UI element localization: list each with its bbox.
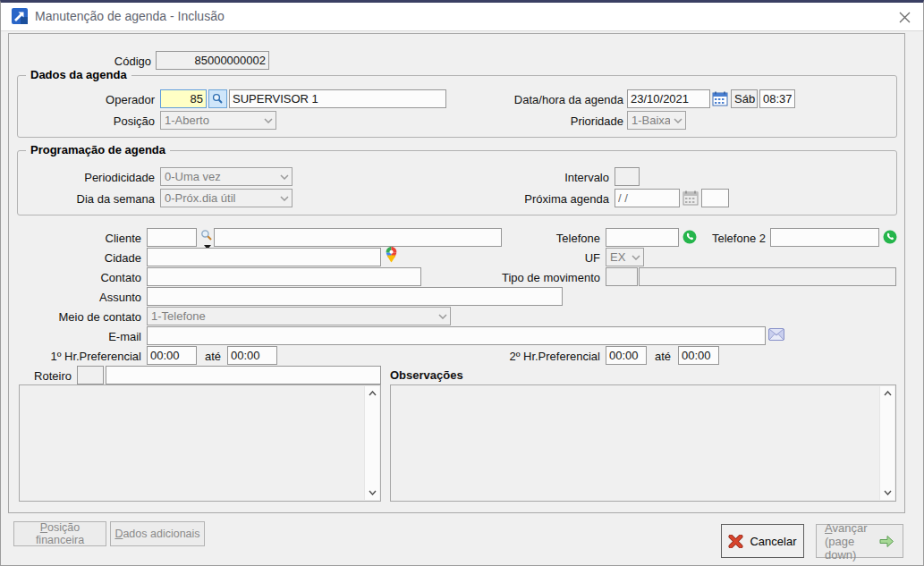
button-label: Cancelar bbox=[750, 535, 796, 548]
cliente-search-icon[interactable] bbox=[200, 229, 213, 241]
calendar-disabled-icon bbox=[682, 190, 699, 206]
posicao-value: 1-Aberto bbox=[165, 114, 260, 127]
hr1-ate-field[interactable] bbox=[227, 346, 277, 365]
telefone-label: Telefone bbox=[543, 229, 600, 248]
cidade-field[interactable] bbox=[147, 248, 381, 266]
proxima-agenda-label: Próxima agenda bbox=[516, 190, 609, 208]
tipo-movimento-desc-field[interactable] bbox=[639, 267, 896, 286]
close-icon[interactable] bbox=[896, 9, 912, 25]
periodicidade-value: 0-Uma vez bbox=[165, 170, 276, 183]
chevron-down-icon bbox=[435, 314, 450, 319]
datahora-label: Data/hora da agenda bbox=[495, 90, 623, 109]
dia-semana-select[interactable]: 0-Próx.dia útil bbox=[160, 189, 292, 207]
cidade-label: Cidade bbox=[88, 249, 141, 267]
map-pin-icon[interactable] bbox=[385, 246, 398, 264]
hr2-de-field[interactable] bbox=[606, 346, 647, 365]
scroll-up-icon[interactable] bbox=[880, 386, 894, 401]
assunto-label: Assunto bbox=[79, 288, 141, 307]
telefone2-label: Telefone 2 bbox=[699, 229, 766, 248]
codigo-field[interactable] bbox=[156, 51, 269, 70]
hr2-ate-label: até bbox=[655, 347, 676, 366]
operador-code-field[interactable] bbox=[160, 89, 207, 108]
periodicidade-select[interactable]: 0-Uma vez bbox=[160, 167, 292, 186]
uf-select[interactable]: EX bbox=[606, 248, 644, 266]
assunto-field[interactable] bbox=[147, 287, 563, 306]
hr1-de-field[interactable] bbox=[147, 346, 197, 365]
cancelar-button[interactable]: Cancelar bbox=[721, 524, 804, 558]
intervalo-label: Intervalo bbox=[538, 168, 609, 187]
proxima-agenda-field[interactable] bbox=[615, 189, 680, 207]
observacoes-scrollbar[interactable] bbox=[879, 386, 894, 500]
roteiro-desc-field[interactable] bbox=[106, 366, 381, 384]
dialog-window: Manutenção de agenda - Inclusão Código D… bbox=[0, 0, 924, 566]
email-icon[interactable] bbox=[768, 328, 784, 341]
posicao-label: Posição bbox=[90, 112, 155, 131]
roteiro-textarea[interactable] bbox=[19, 384, 381, 502]
tipo-movimento-code-field[interactable] bbox=[606, 267, 638, 286]
operador-label: Operador bbox=[90, 90, 155, 109]
contato-label: Contato bbox=[79, 268, 141, 287]
weekday-display: Sáb bbox=[731, 89, 758, 108]
hr1-label: 1º Hr.Preferencial bbox=[37, 347, 141, 366]
uf-label: UF bbox=[564, 249, 600, 267]
cliente-label: Cliente bbox=[88, 229, 141, 248]
cliente-name-field[interactable] bbox=[214, 228, 502, 247]
chevron-down-icon bbox=[628, 255, 643, 260]
prioridade-value: 1-Baixa bbox=[632, 114, 670, 127]
scroll-up-icon[interactable] bbox=[365, 386, 379, 401]
intervalo-field[interactable] bbox=[615, 167, 640, 186]
uf-value: EX bbox=[610, 250, 628, 264]
contato-field[interactable] bbox=[147, 267, 421, 286]
avancar-button[interactable]: Avançar (page down) bbox=[816, 524, 903, 558]
data-agenda-field[interactable] bbox=[627, 89, 710, 108]
posicao-financeira-button[interactable]: Posição financeira bbox=[13, 521, 106, 546]
chevron-down-icon bbox=[260, 118, 276, 123]
roteiro-code-field[interactable] bbox=[77, 366, 104, 384]
scroll-down-icon[interactable] bbox=[365, 486, 379, 500]
dados-adicionais-button[interactable]: Dados adicionais bbox=[110, 521, 205, 546]
button-label: Posição financeira bbox=[14, 521, 106, 546]
cliente-code-field[interactable] bbox=[147, 228, 197, 247]
cancel-x-icon bbox=[728, 535, 743, 548]
calendar-icon[interactable] bbox=[712, 91, 728, 106]
prioridade-label: Prioridade bbox=[534, 112, 623, 131]
operador-search-icon[interactable] bbox=[208, 89, 227, 108]
button-label: Dados adicionais bbox=[114, 528, 199, 540]
hr2-label: 2º Hr.Preferencial bbox=[496, 347, 600, 366]
dia-semana-value: 0-Próx.dia útil bbox=[165, 191, 276, 205]
app-icon bbox=[12, 8, 28, 24]
advance-arrow-icon bbox=[878, 534, 894, 549]
dia-semana-label: Dia da semana bbox=[72, 190, 155, 208]
dados-agenda-title: Dados da agenda bbox=[26, 68, 131, 81]
periodicidade-label: Periodicidade bbox=[72, 168, 155, 187]
tipo-movimento-label: Tipo de movimento bbox=[484, 268, 600, 287]
programacao-title: Programação de agenda bbox=[26, 143, 170, 156]
hora-agenda-field[interactable] bbox=[759, 89, 795, 108]
chevron-down-icon bbox=[670, 118, 685, 123]
telefone-field[interactable] bbox=[606, 228, 679, 247]
chevron-down-icon bbox=[276, 174, 292, 180]
roteiro-scrollbar[interactable] bbox=[364, 386, 379, 500]
meio-contato-value: 1-Telefone bbox=[151, 309, 435, 323]
window-title: Manutenção de agenda - Inclusão bbox=[35, 9, 225, 23]
titlebar: Manutenção de agenda - Inclusão bbox=[1, 3, 923, 31]
hr2-ate-field[interactable] bbox=[678, 346, 719, 365]
posicao-select[interactable]: 1-Aberto bbox=[160, 111, 276, 130]
observacoes-textarea[interactable] bbox=[390, 384, 896, 502]
telefone2-field[interactable] bbox=[770, 228, 879, 247]
whatsapp-icon[interactable] bbox=[682, 230, 697, 244]
meio-contato-label: Meio de contato bbox=[46, 308, 141, 326]
meio-contato-select[interactable]: 1-Telefone bbox=[147, 307, 451, 325]
hr1-ate-label: até bbox=[205, 347, 226, 366]
email-field[interactable] bbox=[147, 326, 766, 345]
roteiro-label: Roteiro bbox=[27, 367, 72, 385]
chevron-down-icon bbox=[276, 196, 292, 201]
whatsapp2-icon[interactable] bbox=[883, 230, 897, 244]
proxima-hora-field[interactable] bbox=[701, 189, 729, 207]
scroll-down-icon[interactable] bbox=[880, 486, 894, 500]
email-label: E-mail bbox=[88, 327, 141, 346]
button-label: Avançar (page down) bbox=[825, 521, 878, 562]
operador-name-field[interactable] bbox=[229, 89, 446, 108]
prioridade-select[interactable]: 1-Baixa bbox=[627, 111, 686, 130]
observacoes-label: Observações bbox=[390, 366, 497, 384]
